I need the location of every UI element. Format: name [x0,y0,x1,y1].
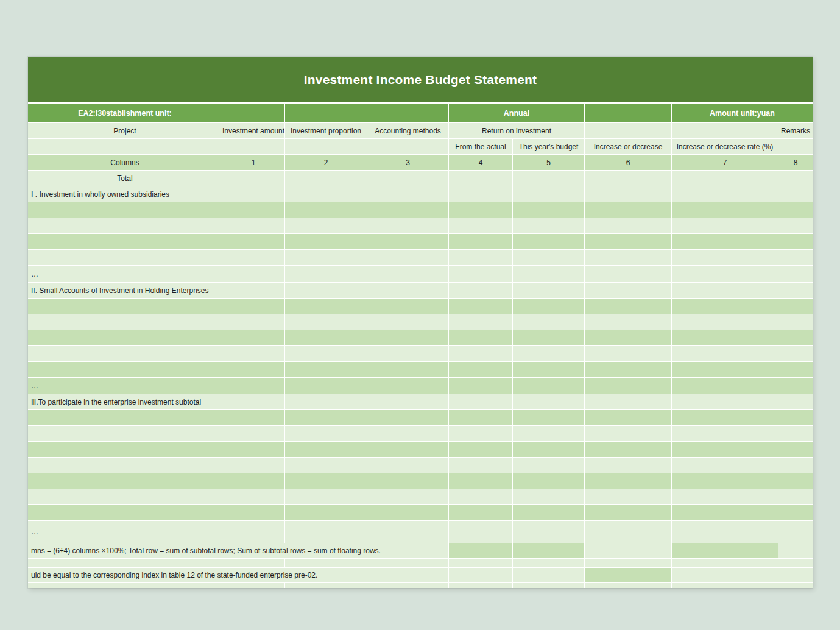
table-cell[interactable] [585,505,671,520]
table-cell[interactable] [367,171,448,186]
table-cell[interactable] [778,543,813,558]
section-3-label[interactable]: Ⅲ.To participate in the enterprise inves… [28,394,222,409]
table-cell[interactable] [778,568,813,582]
table-cell[interactable] [778,250,813,265]
table-cell[interactable] [28,362,222,377]
table-cell[interactable]: 8 [778,155,813,170]
table-cell[interactable] [513,330,584,345]
table-cell[interactable] [513,202,584,218]
table-cell[interactable] [449,410,512,425]
table-cell[interactable] [367,521,448,543]
table-cell[interactable] [222,378,284,394]
table-cell[interactable] [222,473,284,489]
table-cell[interactable] [28,314,222,330]
table-cell[interactable] [672,426,778,441]
table-cell[interactable] [672,202,778,218]
table-cell[interactable] [367,505,448,520]
table-cell[interactable] [222,489,284,504]
table-cell[interactable] [222,458,284,473]
table-cell[interactable] [585,521,671,543]
table-cell[interactable] [222,234,284,249]
table-cell[interactable] [672,171,778,186]
table-cell[interactable] [513,171,584,186]
table-cell[interactable] [513,299,584,314]
table-cell[interactable] [778,171,813,186]
subheader-increase-or-decrease[interactable]: Increase or decrease [585,139,671,154]
table-cell[interactable] [585,394,671,409]
header-cell-empty[interactable] [222,104,284,122]
table-cell[interactable] [585,234,671,249]
table-cell[interactable] [285,330,367,345]
table-cell[interactable]: 4 [449,155,512,170]
table-cell[interactable] [778,330,813,345]
table-cell[interactable] [778,234,813,249]
table-cell[interactable] [222,250,284,265]
table-cell[interactable] [778,521,813,543]
table-cell[interactable] [672,505,778,520]
table-cell[interactable] [222,266,284,282]
table-cell[interactable] [449,394,512,409]
table-cell[interactable] [449,234,512,249]
table-cell[interactable] [367,458,448,473]
table-cell[interactable] [672,568,778,582]
table-cell[interactable] [285,299,367,314]
subheader-from-the-actual[interactable]: From the actual [449,139,512,154]
table-cell[interactable]: 3 [367,155,448,170]
table-cell[interactable] [513,186,584,202]
table-cell[interactable] [367,378,448,394]
table-cell[interactable] [285,489,367,504]
column-header-remarks[interactable]: Remarks [778,123,813,138]
table-cell[interactable] [367,299,448,314]
table-cell[interactable] [672,218,778,233]
ellipsis-row-1[interactable]: … [28,266,222,282]
table-cell[interactable] [367,218,448,233]
table-cell[interactable] [367,394,448,409]
table-cell[interactable] [513,458,584,473]
table-cell[interactable] [285,426,367,441]
table-cell[interactable] [513,234,584,249]
table-cell[interactable] [449,330,512,345]
sheet-title[interactable]: Investment Income Budget Statement [28,57,813,102]
table-cell[interactable] [367,139,448,154]
table-cell[interactable] [222,362,284,377]
header-cell-5[interactable]: Amount unit:yuan [672,104,813,122]
table-cell[interactable] [222,330,284,345]
table-cell[interactable] [367,283,448,298]
table-cell[interactable] [513,378,584,394]
table-cell[interactable] [285,346,367,361]
table-cell[interactable] [28,442,222,457]
table-cell[interactable] [367,186,448,202]
table-cell[interactable] [449,489,512,504]
formula-note-2[interactable]: uld be equal to the corresponding index … [28,568,448,582]
table-cell[interactable] [585,202,671,218]
table-cell[interactable] [222,299,284,314]
table-cell[interactable] [585,250,671,265]
table-cell[interactable] [672,346,778,361]
table-cell[interactable] [778,139,813,154]
table-cell[interactable] [285,378,367,394]
table-cell[interactable] [672,330,778,345]
table-cell[interactable] [222,442,284,457]
header-cell-empty[interactable] [585,104,671,122]
table-cell[interactable] [449,568,512,582]
table-cell[interactable] [513,346,584,361]
table-cell[interactable] [513,505,584,520]
table-cell[interactable] [513,426,584,441]
table-cell[interactable] [285,521,367,543]
table-cell[interactable]: 2 [285,155,367,170]
table-cell[interactable] [285,442,367,457]
table-cell[interactable] [778,283,813,298]
table-cell[interactable] [513,218,584,233]
table-cell[interactable] [285,394,367,409]
table-cell[interactable] [222,139,284,154]
table-cell[interactable]: 7 [672,155,778,170]
table-cell[interactable] [222,218,284,233]
table-cell[interactable] [778,583,813,588]
table-cell[interactable] [513,266,584,282]
ellipsis-row-3[interactable]: … [28,521,222,543]
table-cell[interactable] [449,458,512,473]
table-cell[interactable] [513,410,584,425]
table-cell[interactable] [778,489,813,504]
table-cell[interactable] [778,218,813,233]
table-cell[interactable] [585,299,671,314]
